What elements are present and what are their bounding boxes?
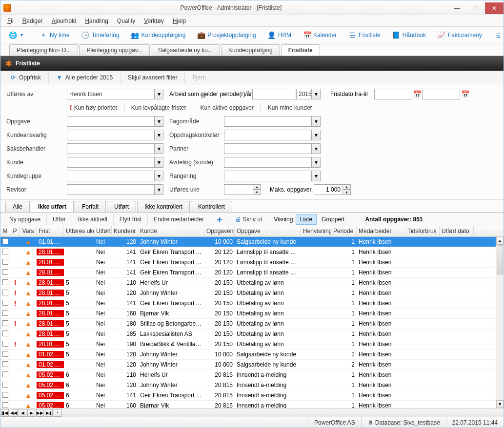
subtab-ikke-utfort[interactable]: Ikke utført (31, 201, 74, 212)
col-m[interactable]: M (0, 226, 10, 236)
col-henvisning[interactable]: Henvisning (301, 226, 331, 236)
table-row[interactable]: !▲28.01.155Nei180Stillas og Betongarbeid… (0, 319, 504, 329)
ny-oppgave-button[interactable]: Ny oppgave (5, 214, 44, 224)
row-checkbox[interactable] (2, 351, 8, 357)
table-row[interactable]: !▲28.01.155Nei190BreidaBlikk & Ventillas… (0, 339, 504, 350)
fristdato-fra-input[interactable] (374, 89, 412, 99)
globe-dropdown[interactable]: 🌐 (4, 29, 27, 41)
kalender-button[interactable]: 📅Kalender (299, 29, 341, 41)
chevron-down-icon[interactable]: ▾ (311, 144, 320, 154)
kunde-combo[interactable]: ▾ (67, 157, 163, 168)
table-row[interactable]: ▲05.02.156Nei120Johnny Winter20 815Innse… (0, 380, 504, 390)
utfores-uke-spinner[interactable]: ▲▼ (224, 184, 263, 195)
col-periode[interactable]: Periode (331, 226, 357, 236)
periode-input[interactable] (252, 89, 296, 99)
row-checkbox[interactable] (2, 371, 8, 377)
table-row[interactable]: ▲01.02.155Nei120Johnny Winter10 000Salgs… (0, 350, 504, 360)
col-utfort-dato[interactable]: Utført dato (440, 226, 474, 236)
row-checkbox[interactable] (2, 249, 8, 254)
row-checkbox[interactable] (2, 402, 8, 408)
chevron-down-icon[interactable]: ▾ (154, 89, 163, 99)
scroll-up-icon[interactable]: ▲ (496, 237, 504, 245)
rapporter-button[interactable]: 🖨Rapporter (489, 29, 504, 41)
nav-prev[interactable]: ◀ (19, 409, 26, 417)
col-medarbeider[interactable]: Medarbeider (357, 226, 405, 236)
qf-mine-kunder[interactable]: Kun mine kunder (265, 103, 315, 113)
table-row[interactable]: ▲28.01.15Nei141Geir Ekren Transport AS20… (0, 268, 504, 278)
row-checkbox[interactable] (2, 259, 8, 265)
table-row[interactable]: ▲05.02.156Nei141Geir Ekren Transport AS2… (0, 390, 504, 401)
menu-hjelp[interactable]: Hjelp (173, 18, 186, 24)
chevron-down-icon[interactable]: ▾ (154, 144, 163, 154)
oppfrisk-button[interactable]: ⟳Oppfrisk (5, 72, 45, 83)
fjern-button[interactable]: Fjern (188, 72, 210, 83)
col-kunde[interactable]: Kunde (138, 226, 204, 236)
subtab-ikke-kontrollert[interactable]: Ikke kontrollert (137, 201, 190, 212)
table-row[interactable]: ▲05.02.156Nei110Herleifs Ur20 815Innsend… (0, 370, 504, 380)
menu-verktoy[interactable]: Verktøy (144, 18, 164, 24)
handbok-button[interactable]: 📘Håndbok (388, 29, 430, 41)
prosjektoppfolging-button[interactable]: 💼Prosjektoppfølging (193, 29, 260, 41)
nav-extra[interactable]: * (54, 409, 61, 417)
tab-kundeoppfolging[interactable]: Kundeoppfølging (221, 44, 280, 56)
row-checkbox[interactable] (2, 341, 8, 347)
hrm-button[interactable]: 👤HRM (263, 29, 296, 41)
ikke-aktuell-button[interactable]: Ikke aktuell (74, 214, 111, 224)
col-vars[interactable]: Vars (20, 226, 37, 236)
endre-medarbeider-button[interactable]: Endre medarbeider (150, 214, 208, 224)
fagomrade-combo[interactable]: ▾ (224, 116, 321, 127)
spin-up-icon[interactable]: ▲ (343, 184, 351, 190)
fakturameny-button[interactable]: 📈Fakturameny (433, 29, 486, 41)
chevron-down-icon[interactable]: ▾ (311, 117, 320, 126)
table-row[interactable]: !▲28.01.155Nei120Johnny Winter20 150Utbe… (0, 288, 504, 298)
partner-combo[interactable]: ▾ (224, 143, 321, 154)
view-liste-button[interactable]: Liste (296, 214, 317, 225)
nav-next[interactable]: ▶ (27, 409, 35, 417)
tab-planlegging-oppgav[interactable]: Planlegging oppgav... (79, 44, 150, 56)
col-frist[interactable]: Frist (37, 226, 64, 236)
vertical-scrollbar[interactable]: ▲ ▼ (496, 237, 504, 408)
nav-next-page[interactable]: ▶▶ (36, 409, 44, 417)
row-checkbox[interactable] (2, 269, 8, 275)
saksbehandler-combo[interactable]: ▾ (67, 143, 163, 154)
col-tidsforbruk[interactable]: Tidsforbruk (405, 226, 440, 236)
avdeling-combo[interactable]: ▾ (224, 157, 321, 168)
nav-first[interactable]: ▮◀ (1, 409, 9, 417)
revisor-combo[interactable]: ▾ (67, 184, 163, 195)
chevron-down-icon[interactable]: ▾ (154, 171, 163, 181)
fristliste-button[interactable]: ☰Fristliste (344, 29, 385, 41)
spin-down-icon[interactable]: ▼ (343, 190, 351, 195)
ny-time-button[interactable]: ＋Ny time (35, 29, 74, 41)
tab-fristliste[interactable]: Fristliste (281, 44, 320, 56)
kundegruppe-combo[interactable]: ▾ (67, 171, 163, 181)
grid-body[interactable]: ▲01.01.15Nei120Johnny Winter10 000Salgsa… (0, 237, 504, 408)
minimize-button[interactable]: — (448, 2, 466, 14)
table-row[interactable]: ▲01.02.15Nei120Johnny Winter10 000Salgsa… (0, 360, 504, 370)
row-checkbox[interactable] (2, 290, 8, 295)
chevron-down-icon[interactable]: ▾ (154, 157, 163, 167)
spin-down-icon[interactable]: ▼ (253, 190, 261, 195)
add-button[interactable]: ＋ (212, 214, 227, 225)
close-button[interactable]: ✕ (485, 2, 504, 14)
menu-ajourhold[interactable]: Ajourhold (52, 18, 77, 24)
fristdato-til-input[interactable] (422, 89, 460, 99)
chevron-down-icon[interactable]: ▾ (154, 185, 163, 195)
skriv-ut-button[interactable]: 🖨 Skriv ut (231, 214, 266, 224)
table-row[interactable]: ▲28.01.155Nei160Bjørnar Vik20 150Utbetal… (0, 309, 504, 319)
qf-lovpalagte[interactable]: Kun lovpålagte frister (128, 103, 189, 113)
menu-rediger[interactable]: Rediger (22, 18, 43, 24)
spin-up-icon[interactable]: ▲ (253, 184, 261, 190)
col-oppgavenr[interactable]: Oppgavenr (204, 226, 235, 236)
subtab-kontrollert[interactable]: Kontrollert (191, 201, 232, 212)
nav-last[interactable]: ▶▮ (45, 409, 53, 417)
table-row[interactable]: ▲05.02.156Nei160Bjørnar Vik20 815Innsend… (0, 401, 504, 408)
kundeansvarlig-combo[interactable]: ▾ (67, 130, 163, 140)
row-checkbox[interactable] (2, 392, 8, 398)
table-row[interactable]: !▲28.01.155Nei110Herleifs Ur20 150Utbeta… (0, 278, 504, 288)
utfores-av-combo[interactable]: Henrik Ibsen▾ (67, 89, 163, 99)
row-checkbox[interactable] (2, 382, 8, 388)
chevron-down-icon[interactable]: ▾ (311, 130, 320, 140)
col-kundenr[interactable]: Kundenr (112, 226, 138, 236)
calendar-from-icon[interactable]: 📅 (412, 89, 422, 99)
row-checkbox[interactable] (2, 279, 8, 285)
